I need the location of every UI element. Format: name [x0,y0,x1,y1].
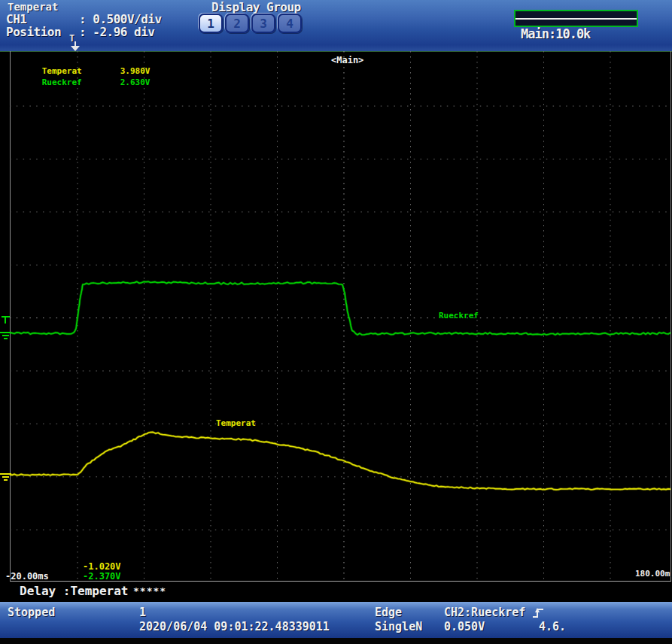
delay-row: Delay :Temperat ***** [0,582,672,602]
memory-position-line [515,18,637,20]
bottom-value-yellow: -1.020V [83,561,121,572]
trigger-extra-value: 4.6. [539,620,566,633]
display-group-button-4[interactable]: 4 [278,14,302,33]
time-axis-right-label: 180.00m [635,569,670,579]
time-axis-left-label: -20.00ms [5,571,49,582]
delay-label: Delay :Temperat [20,584,129,598]
measurement-rueckref-value: 2.630V [120,77,151,87]
acquisition-status: Stopped [8,606,55,619]
position-name: Position [6,25,79,39]
display-group-label: Display Group [211,0,301,14]
acquisition-memory-bar [514,10,638,27]
zone-label: <Main> [331,55,363,65]
delay-value-stars: ***** [133,585,166,597]
trigger-type: Edge [375,606,402,619]
display-group-button-1[interactable]: 1 [199,14,223,33]
bottom-value-green: -2.370V [83,571,121,582]
trigger-mode: SingleN [375,620,422,633]
waveform-canvas [0,51,672,582]
measurement-rueckref-name: Rueckref [42,77,120,88]
status-bar: Stopped 1 2020/06/04 09:01:22.48339011 E… [0,602,672,638]
acquisition-count: 1 [139,606,146,619]
oscilloscope-screen: Temperat CH1 : 0.500V/div Position : -2.… [0,0,672,644]
trigger-position-arrow-icon [70,41,81,52]
position-value: : -2.96 div [79,25,154,39]
temperat-trace-label: Temperat [216,418,256,428]
header-bar: Temperat CH1 : 0.500V/div Position : -2.… [0,0,672,52]
channel-position-row: Position : -2.96 div [6,25,154,39]
display-group-button-2[interactable]: 2 [225,14,249,33]
measurement-rueckref: Rueckref2.630V [12,65,151,99]
rueckref-trace-label: Rueckref [439,311,479,320]
timestamp: 2020/06/04 09:01:22.48339011 [139,620,330,633]
waveform-display: Temperat3.980V Rueckref2.630V <Main> Rue… [0,51,672,582]
display-group-button-3[interactable]: 3 [251,14,275,33]
rising-edge-icon [532,606,544,619]
channel-source-label: Temperat [8,1,58,13]
main-record-length-label: Main:10.0k [521,26,590,41]
trigger-source: CH2:Rueckref [444,606,525,619]
bottom-strip [0,638,672,644]
trigger-level: 0.050V [444,620,485,633]
